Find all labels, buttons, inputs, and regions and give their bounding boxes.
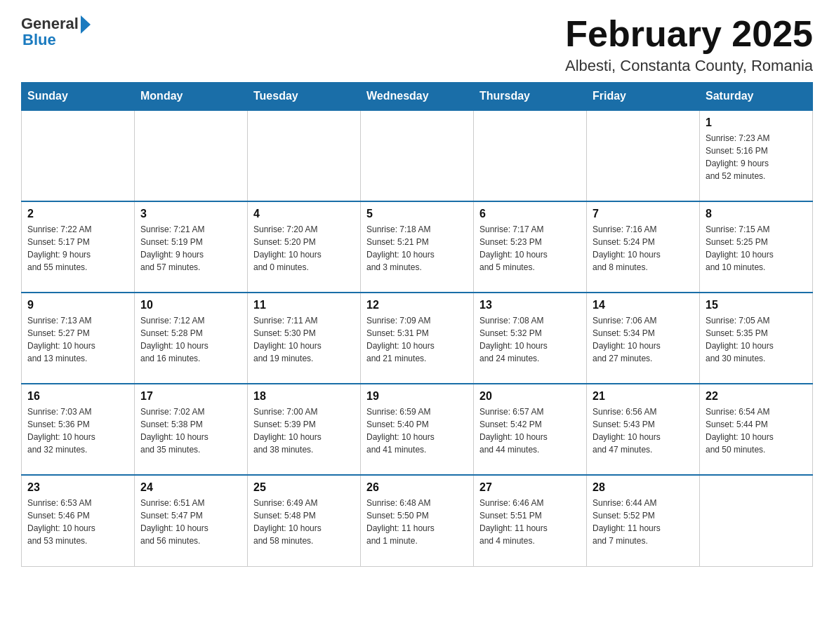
page-header: General Blue February 2025 Albesti, Cons… xyxy=(21,14,813,75)
calendar-day-cell: 24Sunrise: 6:51 AMSunset: 5:47 PMDayligh… xyxy=(135,475,248,566)
day-number: 22 xyxy=(706,390,807,403)
calendar-day-cell: 19Sunrise: 6:59 AMSunset: 5:40 PMDayligh… xyxy=(361,384,474,475)
day-info: Sunrise: 7:17 AMSunset: 5:23 PMDaylight:… xyxy=(479,223,581,274)
day-info: Sunrise: 7:15 AMSunset: 5:25 PMDaylight:… xyxy=(706,223,807,274)
day-number: 21 xyxy=(593,390,694,403)
day-info: Sunrise: 6:48 AMSunset: 5:50 PMDaylight:… xyxy=(366,497,468,547)
day-info: Sunrise: 6:59 AMSunset: 5:40 PMDaylight:… xyxy=(366,405,468,456)
calendar-day-cell: 3Sunrise: 7:21 AMSunset: 5:19 PMDaylight… xyxy=(135,201,248,293)
day-info: Sunrise: 6:49 AMSunset: 5:48 PMDaylight:… xyxy=(253,497,355,547)
calendar-day-cell: 5Sunrise: 7:18 AMSunset: 5:21 PMDaylight… xyxy=(361,201,474,293)
calendar-day-cell: 27Sunrise: 6:46 AMSunset: 5:51 PMDayligh… xyxy=(474,475,587,566)
day-number: 6 xyxy=(479,208,581,220)
day-number: 16 xyxy=(27,390,128,403)
day-info: Sunrise: 7:21 AMSunset: 5:19 PMDaylight:… xyxy=(140,223,241,274)
day-info: Sunrise: 7:13 AMSunset: 5:27 PMDaylight:… xyxy=(27,314,128,365)
day-number: 27 xyxy=(479,481,581,494)
day-number: 18 xyxy=(253,390,355,403)
calendar-day-cell: 25Sunrise: 6:49 AMSunset: 5:48 PMDayligh… xyxy=(248,475,361,566)
calendar-week-row: 16Sunrise: 7:03 AMSunset: 5:36 PMDayligh… xyxy=(22,384,813,475)
day-number: 24 xyxy=(140,481,241,494)
calendar-day-cell xyxy=(22,110,135,201)
day-number: 7 xyxy=(593,208,694,220)
day-number: 4 xyxy=(253,208,355,220)
day-number: 28 xyxy=(593,481,694,494)
day-number: 13 xyxy=(479,299,581,311)
day-of-week-header: Saturday xyxy=(700,83,813,111)
calendar-table: SundayMondayTuesdayWednesdayThursdayFrid… xyxy=(21,82,813,567)
day-number: 25 xyxy=(253,481,355,494)
day-of-week-header: Friday xyxy=(587,83,700,111)
day-info: Sunrise: 7:02 AMSunset: 5:38 PMDaylight:… xyxy=(140,405,241,456)
calendar-day-cell xyxy=(474,110,587,201)
day-of-week-header: Tuesday xyxy=(248,83,361,111)
day-number: 11 xyxy=(253,299,355,311)
day-info: Sunrise: 7:11 AMSunset: 5:30 PMDaylight:… xyxy=(253,314,355,365)
day-number: 3 xyxy=(140,208,241,220)
calendar-day-cell xyxy=(587,110,700,201)
day-info: Sunrise: 7:06 AMSunset: 5:34 PMDaylight:… xyxy=(593,314,694,365)
day-of-week-header: Wednesday xyxy=(361,83,474,111)
calendar-day-cell: 26Sunrise: 6:48 AMSunset: 5:50 PMDayligh… xyxy=(361,475,474,566)
day-number: 14 xyxy=(593,299,694,311)
day-info: Sunrise: 7:09 AMSunset: 5:31 PMDaylight:… xyxy=(366,314,468,365)
day-info: Sunrise: 6:57 AMSunset: 5:42 PMDaylight:… xyxy=(479,405,581,456)
calendar-day-cell: 14Sunrise: 7:06 AMSunset: 5:34 PMDayligh… xyxy=(587,293,700,384)
calendar-day-cell: 10Sunrise: 7:12 AMSunset: 5:28 PMDayligh… xyxy=(135,293,248,384)
calendar-day-cell: 15Sunrise: 7:05 AMSunset: 5:35 PMDayligh… xyxy=(700,293,813,384)
day-of-week-header: Thursday xyxy=(474,83,587,111)
day-info: Sunrise: 7:00 AMSunset: 5:39 PMDaylight:… xyxy=(253,405,355,456)
day-number: 19 xyxy=(366,390,468,403)
day-info: Sunrise: 6:53 AMSunset: 5:46 PMDaylight:… xyxy=(27,497,128,547)
day-number: 2 xyxy=(27,208,128,220)
calendar-day-cell xyxy=(700,475,813,566)
calendar-day-cell: 17Sunrise: 7:02 AMSunset: 5:38 PMDayligh… xyxy=(135,384,248,475)
day-number: 23 xyxy=(27,481,128,494)
calendar-day-cell xyxy=(361,110,474,201)
logo-blue-text: Blue xyxy=(22,31,56,49)
day-number: 8 xyxy=(706,208,807,220)
calendar-day-cell: 6Sunrise: 7:17 AMSunset: 5:23 PMDaylight… xyxy=(474,201,587,293)
day-number: 15 xyxy=(706,299,807,311)
day-of-week-header: Monday xyxy=(135,83,248,111)
day-number: 10 xyxy=(140,299,241,311)
day-info: Sunrise: 7:22 AMSunset: 5:17 PMDaylight:… xyxy=(27,223,128,274)
day-number: 17 xyxy=(140,390,241,403)
calendar-day-cell: 23Sunrise: 6:53 AMSunset: 5:46 PMDayligh… xyxy=(22,475,135,566)
calendar-day-cell: 9Sunrise: 7:13 AMSunset: 5:27 PMDaylight… xyxy=(22,293,135,384)
calendar-day-cell: 13Sunrise: 7:08 AMSunset: 5:32 PMDayligh… xyxy=(474,293,587,384)
calendar-week-row: 9Sunrise: 7:13 AMSunset: 5:27 PMDaylight… xyxy=(22,293,813,384)
calendar-day-cell: 1Sunrise: 7:23 AMSunset: 5:16 PMDaylight… xyxy=(700,110,813,201)
day-number: 9 xyxy=(27,299,128,311)
calendar-day-cell: 22Sunrise: 6:54 AMSunset: 5:44 PMDayligh… xyxy=(700,384,813,475)
logo: General Blue xyxy=(21,14,91,49)
day-of-week-header: Sunday xyxy=(22,83,135,111)
calendar-day-cell: 8Sunrise: 7:15 AMSunset: 5:25 PMDaylight… xyxy=(700,201,813,293)
calendar-day-cell: 11Sunrise: 7:11 AMSunset: 5:30 PMDayligh… xyxy=(248,293,361,384)
day-info: Sunrise: 7:08 AMSunset: 5:32 PMDaylight:… xyxy=(479,314,581,365)
calendar-day-cell xyxy=(248,110,361,201)
day-info: Sunrise: 6:54 AMSunset: 5:44 PMDaylight:… xyxy=(706,405,807,456)
calendar-day-cell: 12Sunrise: 7:09 AMSunset: 5:31 PMDayligh… xyxy=(361,293,474,384)
day-number: 12 xyxy=(366,299,468,311)
calendar-week-row: 2Sunrise: 7:22 AMSunset: 5:17 PMDaylight… xyxy=(22,201,813,293)
day-number: 1 xyxy=(706,116,807,129)
day-number: 20 xyxy=(479,390,581,403)
title-block: February 2025 Albesti, Constanta County,… xyxy=(565,14,813,75)
calendar-day-cell: 28Sunrise: 6:44 AMSunset: 5:52 PMDayligh… xyxy=(587,475,700,566)
day-info: Sunrise: 7:23 AMSunset: 5:16 PMDaylight:… xyxy=(706,132,807,182)
calendar-day-cell: 7Sunrise: 7:16 AMSunset: 5:24 PMDaylight… xyxy=(587,201,700,293)
day-number: 5 xyxy=(366,208,468,220)
calendar-day-cell: 4Sunrise: 7:20 AMSunset: 5:20 PMDaylight… xyxy=(248,201,361,293)
day-info: Sunrise: 6:46 AMSunset: 5:51 PMDaylight:… xyxy=(479,497,581,547)
day-number: 26 xyxy=(366,481,468,494)
calendar-day-cell: 21Sunrise: 6:56 AMSunset: 5:43 PMDayligh… xyxy=(587,384,700,475)
day-info: Sunrise: 7:03 AMSunset: 5:36 PMDaylight:… xyxy=(27,405,128,456)
day-info: Sunrise: 7:12 AMSunset: 5:28 PMDaylight:… xyxy=(140,314,241,365)
day-info: Sunrise: 7:05 AMSunset: 5:35 PMDaylight:… xyxy=(706,314,807,365)
calendar-day-cell xyxy=(135,110,248,201)
day-info: Sunrise: 6:51 AMSunset: 5:47 PMDaylight:… xyxy=(140,497,241,547)
calendar-week-row: 23Sunrise: 6:53 AMSunset: 5:46 PMDayligh… xyxy=(22,475,813,566)
day-info: Sunrise: 7:18 AMSunset: 5:21 PMDaylight:… xyxy=(366,223,468,274)
day-info: Sunrise: 7:20 AMSunset: 5:20 PMDaylight:… xyxy=(253,223,355,274)
